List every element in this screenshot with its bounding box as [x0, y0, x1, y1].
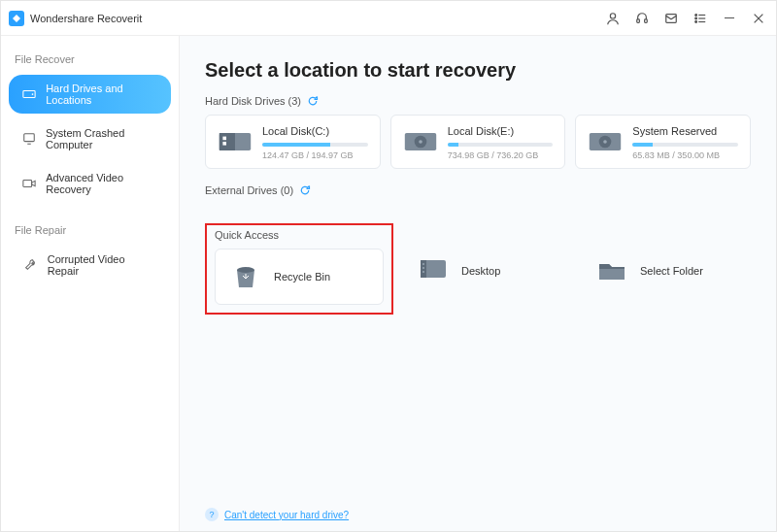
drive-info: Local Disk(E:) 734.98 GB / 736.20 GB: [448, 125, 554, 160]
refresh-icon[interactable]: [299, 184, 311, 196]
svg-point-26: [604, 140, 608, 144]
monitor-icon: [22, 131, 36, 147]
svg-rect-2: [645, 18, 648, 22]
external-header: External Drives (0): [205, 184, 751, 196]
quick-label: Recycle Bin: [274, 271, 330, 283]
sidebar-item-hard-drives[interactable]: Hard Drives and Locations: [9, 75, 171, 114]
svg-point-4: [695, 14, 697, 16]
svg-point-13: [32, 93, 34, 95]
svg-point-6: [695, 17, 697, 19]
wrench-icon: [22, 257, 38, 273]
quick-label: Select Folder: [640, 265, 703, 277]
sidebar-item-label: System Crashed Computer: [46, 127, 157, 150]
drive-bar-fill: [448, 143, 458, 147]
headset-icon[interactable]: [634, 11, 650, 26]
drive-icon: [22, 86, 36, 102]
page-title: Select a location to start recovery: [205, 59, 751, 82]
quick-access-label: Quick Access: [215, 229, 384, 241]
drive-card-system-reserved[interactable]: System Reserved 65.83 MB / 350.00 MB: [575, 115, 751, 169]
refresh-icon[interactable]: [307, 95, 319, 107]
minimize-button[interactable]: [722, 11, 737, 26]
hdd-header: Hard Disk Drives (3): [205, 95, 751, 107]
quick-card-desktop[interactable]: Desktop: [403, 243, 572, 299]
drive-size: 734.98 GB / 736.20 GB: [448, 150, 554, 160]
recycle-bin-icon: [229, 260, 262, 293]
svg-rect-3: [666, 14, 677, 22]
drive-bar: [262, 143, 368, 147]
folder-icon: [595, 254, 628, 287]
svg-point-30: [422, 263, 424, 265]
hdd-label: Hard Disk Drives (3): [205, 95, 301, 107]
svg-rect-20: [222, 142, 226, 146]
svg-point-27: [237, 267, 254, 273]
titlebar: Wondershare Recoverit: [1, 1, 776, 36]
drive-info: System Reserved 65.83 MB / 350.00 MB: [632, 125, 738, 160]
svg-point-8: [695, 20, 697, 22]
drive-name: Local Disk(C:): [262, 125, 368, 137]
drive-bar: [448, 143, 554, 147]
svg-rect-19: [222, 137, 226, 141]
desktop-icon: [417, 254, 450, 287]
quick-card-recycle-bin[interactable]: Recycle Bin: [215, 249, 384, 305]
drive-size: 65.83 MB / 350.00 MB: [632, 150, 738, 160]
drive-info: Local Disk(C:) 124.47 GB / 194.97 GB: [262, 125, 368, 160]
svg-rect-14: [24, 134, 35, 142]
sidebar-item-label: Advanced Video Recovery: [46, 172, 157, 195]
quick-card-select-folder[interactable]: Select Folder: [582, 243, 751, 299]
drive-size: 124.47 GB / 194.97 GB: [262, 150, 368, 160]
mail-icon[interactable]: [663, 11, 679, 26]
quick-row: Quick Access Recycle Bin . Desktop . Sel…: [205, 223, 751, 315]
quick-access-highlighted: Quick Access Recycle Bin: [205, 223, 393, 315]
drive-name: Local Disk(E:): [448, 125, 554, 137]
main: File Recover Hard Drives and Locations S…: [1, 36, 776, 531]
external-label: External Drives (0): [205, 184, 293, 196]
help-icon: ?: [205, 508, 219, 521]
svg-point-0: [610, 13, 615, 17]
sidebar-item-corrupted-video[interactable]: Corrupted Video Repair: [9, 246, 171, 284]
svg-rect-16: [23, 181, 32, 187]
hdd-icon: [403, 127, 438, 156]
drive-bar: [632, 143, 738, 147]
sidebar-section-file-repair: File Repair: [1, 220, 179, 244]
titlebar-left: Wondershare Recoverit: [9, 11, 142, 26]
quick-access-block: . Select Folder: [582, 223, 751, 315]
svg-point-23: [419, 140, 422, 144]
quick-label: Desktop: [461, 265, 500, 277]
hdd-icon: [588, 127, 623, 156]
app-logo: [9, 11, 24, 26]
footer-help: ? Can't detect your hard drive?: [205, 508, 349, 521]
quick-access-block: . Desktop: [403, 223, 572, 315]
drive-card-e[interactable]: Local Disk(E:) 734.98 GB / 736.20 GB: [390, 115, 566, 169]
drive-row: Local Disk(C:) 124.47 GB / 194.97 GB Loc…: [205, 115, 751, 169]
sidebar-item-advanced-video[interactable]: Advanced Video Recovery: [9, 164, 171, 203]
hdd-icon: [218, 127, 253, 156]
sidebar-item-system-crashed[interactable]: System Crashed Computer: [9, 119, 171, 158]
svg-rect-18: [220, 133, 235, 150]
close-button[interactable]: [751, 11, 766, 26]
svg-point-31: [422, 267, 424, 269]
sidebar-section-file-recover: File Recover: [1, 50, 179, 73]
drive-name: System Reserved: [632, 125, 738, 137]
list-icon[interactable]: [693, 11, 708, 26]
svg-rect-1: [637, 18, 640, 22]
titlebar-right: [605, 11, 766, 26]
app-title: Wondershare Recoverit: [30, 13, 142, 24]
sidebar-item-label: Corrupted Video Repair: [48, 253, 157, 277]
svg-point-32: [422, 271, 424, 273]
help-link[interactable]: Can't detect your hard drive?: [224, 510, 349, 520]
video-icon: [22, 176, 36, 191]
drive-bar-fill: [632, 143, 653, 147]
drive-bar-fill: [262, 143, 330, 147]
content: Select a location to start recovery Hard…: [180, 36, 776, 531]
drive-card-c[interactable]: Local Disk(C:) 124.47 GB / 194.97 GB: [205, 115, 381, 169]
user-icon[interactable]: [605, 11, 621, 26]
sidebar-item-label: Hard Drives and Locations: [46, 83, 157, 106]
sidebar: File Recover Hard Drives and Locations S…: [1, 36, 180, 531]
